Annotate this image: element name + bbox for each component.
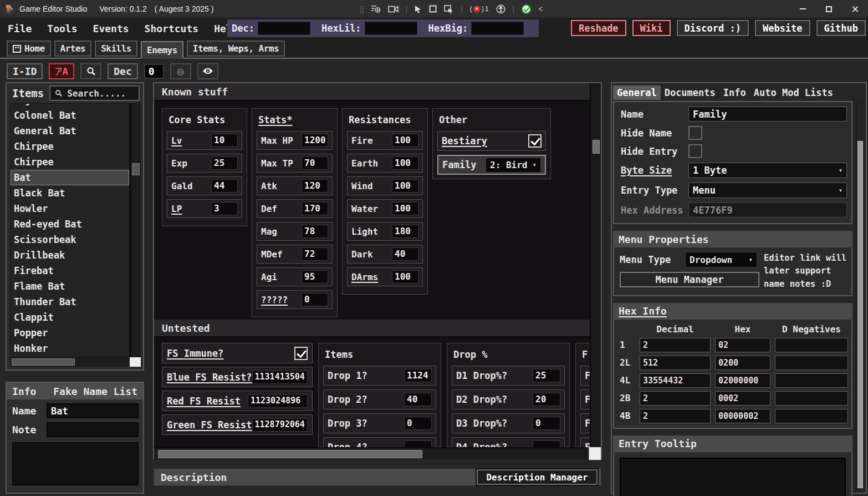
fs-resist-label[interactable]: Green FS Resist (167, 419, 252, 431)
stat-label[interactable]: Light (351, 226, 378, 237)
cursor-icon[interactable] (415, 5, 422, 13)
hex-value-input[interactable]: 00000002 (715, 409, 770, 423)
stat-value-input[interactable]: 25 (211, 156, 238, 170)
iid-toggle-button[interactable]: I-ID (7, 63, 43, 79)
stat-value-input[interactable]: 10 (211, 134, 238, 147)
main-tab[interactable]: Artes (54, 41, 92, 57)
list-item[interactable]: Firebat (11, 263, 129, 279)
search-tool-button[interactable] (80, 63, 101, 79)
drop-percent-value-input[interactable]: 25 (533, 369, 560, 382)
drop-percent-value-input[interactable]: 20 (533, 393, 560, 406)
stat-label[interactable]: Earth (351, 158, 378, 169)
stat-value-input[interactable]: 70 (302, 156, 328, 170)
decimal-value-input[interactable]: 2 (640, 338, 711, 352)
target-view-button[interactable]: ◎ (170, 63, 191, 79)
stat-value-input[interactable]: 44 (211, 179, 238, 193)
stat-value-input[interactable]: 1200 (302, 134, 328, 147)
drop-percent-value-input[interactable] (533, 441, 560, 447)
entry-tooltip-textarea[interactable] (620, 458, 846, 496)
decimal-value-input[interactable]: 33554432 (640, 373, 711, 388)
list-horizontal-scrollbar[interactable] (10, 357, 141, 367)
stat-value-input[interactable]: 95 (302, 270, 328, 284)
stat-value-input[interactable]: 40 (392, 247, 418, 261)
list-item[interactable]: Howler (11, 201, 129, 216)
description-manager-button[interactable]: Description Manager (477, 469, 598, 485)
link-button[interactable]: Wiki (632, 20, 671, 36)
dec-input[interactable] (258, 22, 310, 35)
stat-value-input[interactable]: 72 (302, 247, 328, 261)
list-item[interactable]: Black Bat (11, 185, 129, 201)
tab-info[interactable]: Info (12, 386, 36, 397)
hexbig-input[interactable] (471, 22, 524, 35)
note-input[interactable] (47, 422, 139, 437)
stat-value-input[interactable]: 0 (302, 293, 328, 306)
detail-vertical-scrollbar[interactable] (590, 83, 601, 447)
main-tab[interactable]: Skills (95, 41, 137, 57)
link-button[interactable]: Reshade (571, 20, 626, 36)
hide-entry-checkbox[interactable] (688, 144, 702, 158)
minimize-button[interactable] (790, 0, 816, 18)
eye-view-button[interactable] (197, 63, 218, 79)
window-frame-icon[interactable] (429, 5, 437, 13)
fs-immune-label[interactable]: FS Immune? (167, 348, 223, 359)
note-textarea[interactable] (12, 442, 139, 485)
right-tab[interactable]: Documents (661, 85, 719, 100)
list-item[interactable]: Colonel Bat (11, 108, 129, 123)
link-button[interactable]: Github (816, 20, 866, 36)
stat-label[interactable]: Gald (171, 181, 193, 191)
stat-value-input[interactable]: 100 (392, 202, 418, 215)
list-item[interactable]: General Bat (11, 123, 129, 139)
scrollbar-thumb[interactable] (12, 358, 75, 366)
drop-item-value-input[interactable]: 1124 (404, 369, 432, 382)
hide-name-checkbox[interactable] (688, 126, 702, 140)
list-item[interactable]: Flame Bat (11, 279, 129, 294)
list-item[interactable]: Red-eyed Bat (11, 216, 129, 232)
hex-value-input[interactable]: 0002 (715, 391, 770, 406)
menu-type-dropdown[interactable]: Dropdown ▾ (685, 252, 757, 267)
byte-size-dropdown[interactable]: 1 Byte ▾ (688, 163, 847, 178)
kana-toggle-button[interactable]: A (49, 63, 74, 79)
right-tab[interactable]: Auto Mod Lists (750, 85, 837, 100)
list-item[interactable]: Popper (11, 325, 129, 341)
stat-value-input[interactable]: 120 (302, 179, 328, 193)
scrollbar-thumb[interactable] (132, 163, 140, 175)
stat-label[interactable]: Water (351, 204, 378, 214)
stat-label[interactable]: Mag (261, 226, 277, 237)
drop-item-value-input[interactable]: 0 (404, 417, 432, 430)
stat-label[interactable]: Lv (171, 135, 182, 146)
stat-label[interactable]: Dark (351, 249, 373, 260)
list-item[interactable]: Honker (11, 341, 129, 356)
accessibility-icon[interactable] (496, 4, 506, 14)
stat-label[interactable]: Fire (351, 135, 373, 146)
bestiary-label[interactable]: Bestiary (442, 135, 487, 146)
maximize-button[interactable] (816, 0, 842, 18)
negatives-value-input[interactable] (775, 409, 848, 423)
stat-value-input[interactable]: 180 (392, 225, 418, 238)
stat-label[interactable]: Wind (351, 181, 373, 191)
fs-resist-value-input[interactable]: 1131413504 (252, 371, 308, 384)
capture-list-icon[interactable] (371, 5, 381, 13)
stat-label[interactable]: Max HP (261, 135, 293, 146)
bestiary-checkbox[interactable] (528, 134, 542, 148)
camera-icon[interactable] (388, 6, 399, 13)
list-vertical-scrollbar[interactable] (130, 103, 141, 357)
drag-handle-icon[interactable]: ⣿ (359, 5, 364, 13)
stat-label[interactable]: LP (171, 204, 182, 214)
decimal-value-input[interactable]: 512 (640, 356, 711, 370)
entry-type-dropdown[interactable]: Menu ▾ (688, 183, 847, 198)
stat-value-input[interactable]: 170 (302, 202, 328, 215)
menu-item[interactable]: Shortcuts (137, 23, 207, 34)
dec-mode-button[interactable]: Dec (108, 63, 138, 79)
fake-name-input[interactable]: Bat (47, 403, 139, 418)
tab-fake-name-list[interactable]: Fake Name List (53, 386, 137, 397)
hexlil-input[interactable] (365, 22, 417, 35)
menu-item[interactable]: Tools (39, 23, 85, 34)
hex-address-input[interactable]: 4E776F9 (688, 203, 847, 217)
right-tab[interactable]: Info (719, 85, 750, 100)
list-item[interactable]: Bat (11, 170, 129, 185)
entry-name-input[interactable]: Family (688, 107, 847, 122)
byte-size-label[interactable]: Byte Size (621, 165, 688, 176)
hex-value-input[interactable]: 02000000 (715, 373, 770, 388)
stat-value-input[interactable]: 100 (392, 270, 418, 284)
hex-value-input[interactable]: 0200 (715, 356, 770, 370)
